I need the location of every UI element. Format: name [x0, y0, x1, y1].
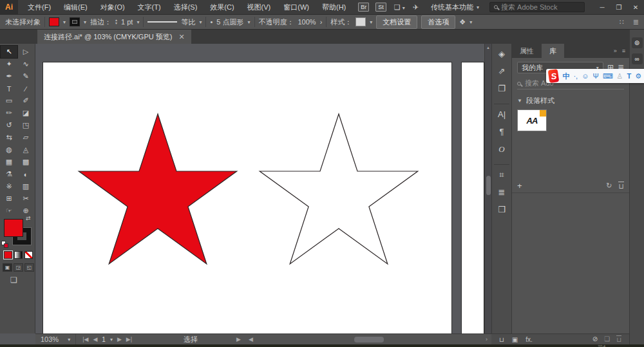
first-artboard-icon[interactable]: |◀: [82, 336, 88, 342]
ime-punctuation-icon[interactable]: ·,: [573, 73, 578, 80]
ime-chinese-mode-icon[interactable]: 中: [562, 73, 569, 80]
mesh-tool[interactable]: ▦: [1, 156, 17, 168]
ime-handwriting-icon[interactable]: ♙: [617, 73, 623, 80]
menu-window[interactable]: 窗口(W): [278, 1, 315, 14]
stock-search-input[interactable]: 搜索 Adobe Stock: [489, 2, 585, 12]
perspective-grid-tool[interactable]: ◬: [17, 144, 34, 156]
gradient-tool[interactable]: ▩: [17, 156, 34, 168]
shaper-tool[interactable]: ✏: [1, 107, 17, 119]
scroll-left-icon[interactable]: ◀: [249, 336, 253, 342]
bridge-icon[interactable]: Br: [358, 3, 369, 12]
prev-artboard-icon[interactable]: ◀: [93, 336, 97, 342]
trash-icon[interactable]: ⊔: [616, 335, 621, 343]
zoom-control[interactable]: 103% ▾: [35, 334, 76, 344]
export-icon[interactable]: ⇗: [498, 66, 506, 84]
zoom-dropdown-icon[interactable]: ▾: [68, 337, 70, 342]
ime-voice-icon[interactable]: Ψ: [592, 73, 598, 80]
direct-selection-tool[interactable]: ▷: [17, 46, 34, 58]
screen-mode-button[interactable]: ❏: [10, 276, 17, 285]
blend-tool[interactable]: ◐: [17, 168, 34, 180]
opentype-icon[interactable]: O: [498, 144, 504, 162]
draw-inside-button[interactable]: ◱: [24, 263, 34, 272]
sogou-ime-toolbar[interactable]: S 中 ·, ☺ Ψ ⌨ ♙ T ⚙: [546, 69, 644, 83]
no-style-icon[interactable]: ⊘: [592, 335, 598, 343]
artboard-footer-icon[interactable]: ⊔: [499, 336, 504, 343]
filled-star-shape[interactable]: [79, 114, 236, 264]
last-artboard-icon[interactable]: ▶|: [126, 336, 132, 342]
ime-skin-icon[interactable]: T: [627, 73, 631, 80]
none-button[interactable]: [24, 251, 33, 259]
curvature-tool[interactable]: ✎: [17, 70, 34, 82]
paragraph-styles-section[interactable]: ▼ 段落样式: [512, 89, 629, 108]
ime-emoji-icon[interactable]: ☺: [582, 73, 589, 80]
draw-normal-button[interactable]: ▣: [3, 263, 12, 272]
new-item-icon[interactable]: ❏: [604, 335, 610, 343]
share-icon[interactable]: ✈: [413, 3, 419, 12]
character-styles-icon[interactable]: A|: [498, 109, 506, 127]
column-graph-tool[interactable]: ▥: [17, 180, 34, 192]
stroke-stepper[interactable]: ▴▾: [115, 19, 117, 25]
menu-effect[interactable]: 效果(C): [204, 1, 240, 14]
fill-dropdown-icon[interactable]: ▾: [63, 19, 66, 25]
delete-library-item-icon[interactable]: ⊔: [618, 182, 624, 191]
paragraph-icon[interactable]: ¶: [500, 127, 504, 144]
artboards-icon[interactable]: ❐: [498, 84, 506, 101]
stroke-dropdown-icon[interactable]: ▾: [84, 19, 86, 25]
paintbrush-tool[interactable]: ✐: [17, 95, 34, 107]
tab-close-icon[interactable]: ✕: [178, 33, 184, 41]
eyedropper-tool[interactable]: ⚗: [1, 168, 17, 180]
style-swatch[interactable]: [355, 17, 366, 26]
selection-tool[interactable]: ↖: [1, 46, 17, 58]
fill-color-swatch[interactable]: [49, 17, 59, 26]
document-tab[interactable]: 连接路径.ai* @ 103% (CMYK/GPU 预览) ✕: [37, 30, 191, 44]
minimize-button[interactable]: ─: [594, 1, 611, 14]
menu-type[interactable]: 文字(T): [132, 1, 167, 14]
overflow-chevron[interactable]: ›: [320, 18, 323, 26]
menu-edit[interactable]: 编辑(E): [58, 1, 93, 14]
paragraph-style-thumbnail[interactable]: AA: [517, 109, 547, 131]
menu-view[interactable]: 视图(V): [242, 1, 277, 14]
width-tool[interactable]: ⇆: [1, 131, 17, 144]
scale-tool[interactable]: ◳: [17, 119, 34, 131]
stroke-weight-dropdown-icon[interactable]: ▾: [137, 19, 139, 25]
outline-star-shape[interactable]: [260, 114, 417, 264]
panel-menu-icon[interactable]: ≡: [622, 48, 625, 54]
grid-footer-icon[interactable]: ▣: [512, 336, 518, 343]
add-content-button[interactable]: +: [517, 181, 522, 191]
lasso-tool[interactable]: ∿: [17, 58, 34, 70]
fx-icon[interactable]: fx.: [526, 336, 533, 343]
slice-tool[interactable]: ✂: [17, 192, 34, 205]
style-dropdown-icon[interactable]: ▾: [370, 19, 372, 25]
artboard-number[interactable]: 1: [102, 336, 106, 343]
scroll-right-icon[interactable]: ›: [486, 336, 488, 342]
swap-fill-stroke-icon[interactable]: ⇄: [26, 215, 31, 221]
shape-builder-tool[interactable]: ◍: [1, 144, 17, 156]
vertical-scrollbar[interactable]: ▲: [484, 44, 491, 333]
collapse-panels-icon[interactable]: »: [614, 48, 617, 54]
align-icon[interactable]: ≣: [498, 187, 506, 205]
draw-behind-button[interactable]: ◲: [14, 263, 23, 272]
status-menu-icon[interactable]: ▶: [236, 336, 241, 342]
arrange-documents-icon[interactable]: ❏ ▾: [394, 3, 405, 12]
artboard-tool[interactable]: ⊞: [1, 192, 17, 205]
pen-tool[interactable]: ✒: [1, 70, 17, 82]
stock-icon[interactable]: St: [375, 3, 386, 12]
opacity-value[interactable]: 100%: [298, 18, 316, 26]
hand-tool[interactable]: ☞: [1, 205, 17, 217]
tab-libraries[interactable]: 库: [542, 44, 564, 59]
width-profile-dropdown-icon[interactable]: ▾: [199, 19, 202, 25]
vertical-scroll-thumb[interactable]: [486, 176, 491, 195]
type-tool[interactable]: T: [1, 82, 17, 95]
menu-help[interactable]: 帮助(H): [316, 1, 352, 14]
stroke-weight-value[interactable]: 1 pt: [121, 18, 133, 26]
transform-icon[interactable]: ⌗: [499, 170, 504, 187]
plugin-icon[interactable]: ⊛: [632, 37, 643, 48]
line-segment-tool[interactable]: ∕: [17, 82, 34, 95]
ime-toolbox-icon[interactable]: ⚙: [635, 73, 641, 80]
stroke-color-swatch[interactable]: [70, 17, 80, 26]
touch-workspace-icon[interactable]: ∷: [620, 18, 624, 26]
close-button[interactable]: ✕: [627, 1, 644, 14]
panel-list-icon[interactable]: ≣: [633, 18, 639, 26]
layers-icon[interactable]: ◈: [498, 49, 505, 66]
pathfinder-icon[interactable]: ❒: [498, 205, 506, 222]
